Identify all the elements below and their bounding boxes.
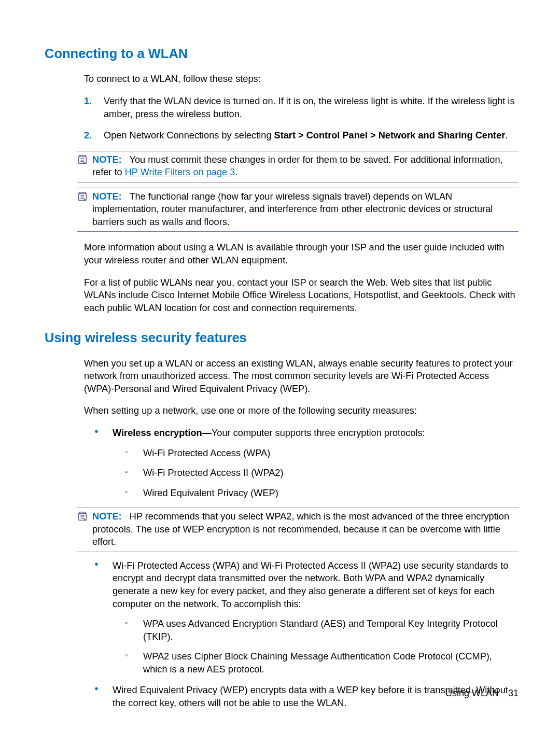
step-number: 1. — [84, 95, 104, 108]
step-number: 2. — [84, 129, 104, 142]
step-bold: Start > Control Panel > Network and Shar… — [274, 130, 506, 140]
list-item: Wireless encryption—Your computer suppor… — [94, 427, 519, 499]
note-text: The functional range (how far your wirel… — [92, 191, 493, 227]
step-text: . — [505, 130, 508, 140]
heading-security: Using wireless security features — [45, 329, 519, 346]
list-item: WPA2 uses Cipher Block Chaining Message … — [125, 650, 519, 676]
bullet-list: Wireless encryption—Your computer suppor… — [94, 427, 519, 499]
list-item: Wi-Fi Protected Access (WPA) — [125, 447, 519, 460]
footer-page-number: 31 — [508, 688, 519, 698]
footer-section: Using WLAN — [445, 688, 499, 698]
link-write-filters[interactable]: HP Write Filters on page 3 — [125, 167, 235, 177]
paragraph: When you set up a WLAN or access an exis… — [84, 357, 519, 396]
step-item: 2. Open Network Connections by selecting… — [84, 129, 519, 142]
note-body: NOTE: You must commit these changes in o… — [92, 153, 519, 179]
note-block: NOTE: You must commit these changes in o… — [77, 151, 519, 182]
note-block: NOTE: HP recommends that you select WPA2… — [77, 508, 519, 552]
step-body: Verify that the WLAN device is turned on… — [104, 95, 519, 120]
note-icon — [77, 154, 88, 169]
list-item: Wired Equivalent Privacy (WEP) — [125, 487, 519, 500]
intro-text: To connect to a WLAN, follow these steps… — [84, 73, 519, 86]
bullet-bold: Wireless encryption— — [113, 428, 212, 438]
list-item: Wi-Fi Protected Access II (WPA2) — [125, 467, 519, 480]
paragraph: More information about using a WLAN is a… — [84, 241, 519, 266]
paragraph: When setting up a network, use one or mo… — [84, 404, 519, 417]
note-icon — [77, 191, 88, 206]
step-item: 1. Verify that the WLAN device is turned… — [84, 95, 519, 120]
note-body: NOTE: The functional range (how far your… — [92, 190, 519, 229]
bullet-text: Wi-Fi Protected Access (WPA) and Wi-Fi P… — [113, 560, 508, 609]
paragraph: For a list of public WLANs near you, con… — [84, 276, 519, 315]
list-item: WPA uses Advanced Encryption Standard (A… — [125, 617, 519, 643]
note-label: NOTE: — [92, 154, 122, 165]
step-text: Open Network Connections by selecting — [104, 130, 274, 140]
heading-connecting: Connecting to a WLAN — [45, 45, 519, 62]
note-body: NOTE: HP recommends that you select WPA2… — [92, 510, 519, 549]
note-text: . — [235, 167, 237, 177]
steps-list: 1. Verify that the WLAN device is turned… — [84, 95, 519, 142]
step-body: Open Network Connections by selecting St… — [104, 129, 519, 142]
note-icon — [77, 511, 88, 526]
note-label: NOTE: — [92, 511, 122, 522]
list-item: Wi-Fi Protected Access (WPA) and Wi-Fi P… — [94, 559, 519, 676]
page-footer: Using WLAN31 — [445, 687, 519, 699]
note-label: NOTE: — [92, 191, 122, 202]
note-block: NOTE: The functional range (how far your… — [77, 188, 519, 232]
note-text: HP recommends that you select WPA2, whic… — [92, 511, 509, 547]
sub-bullet-list: WPA uses Advanced Encryption Standard (A… — [125, 617, 519, 676]
bullet-text: Your computer supports three encryption … — [212, 428, 425, 438]
sub-bullet-list: Wi-Fi Protected Access (WPA) Wi-Fi Prote… — [125, 447, 519, 500]
